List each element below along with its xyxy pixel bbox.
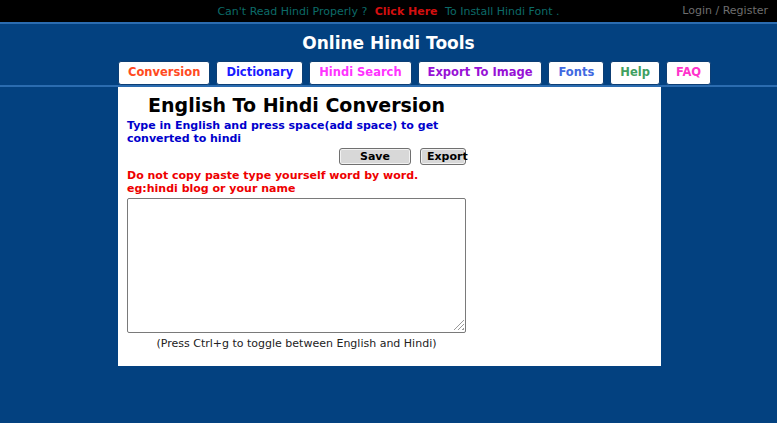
install-font-notice: Can't Read Hindi Properly ? Click Here T…	[217, 5, 559, 18]
login-register-link[interactable]: Login / Register	[682, 4, 768, 17]
top-notice-bar: Can't Read Hindi Properly ? Click Here T…	[0, 0, 777, 22]
tab-fonts[interactable]: Fonts	[548, 61, 604, 85]
page-title: English To Hindi Conversion	[127, 94, 466, 116]
notice-prefix: Can't Read Hindi Properly ?	[217, 5, 367, 18]
save-button[interactable]: Save	[339, 148, 411, 165]
tab-dictionary[interactable]: Dictionary	[216, 61, 303, 85]
export-button[interactable]: Export	[420, 148, 466, 165]
tab-conversion[interactable]: Conversion	[118, 61, 210, 85]
tab-hindi-search[interactable]: Hindi Search	[309, 61, 411, 85]
no-copy-paste-warning: Do not copy paste type yourself word by …	[127, 169, 466, 195]
tab-bar: Conversion Dictionary Hindi Search Expor…	[0, 61, 777, 85]
install-hindi-font-link[interactable]: Click Here	[375, 5, 438, 18]
conversion-panel: English To Hindi Conversion Type in Engl…	[118, 87, 661, 366]
ctrl-g-hint: (Press Ctrl+g to toggle between English …	[127, 337, 466, 350]
tab-faq[interactable]: FAQ	[666, 61, 711, 85]
notice-suffix: To Install Hindi Font .	[445, 5, 559, 18]
typing-instruction: Type in English and press space(add spac…	[127, 119, 466, 145]
textarea-wrapper	[127, 198, 466, 333]
site-title: Online Hindi Tools	[0, 24, 777, 61]
hindi-input-textarea[interactable]	[127, 198, 466, 333]
tab-help[interactable]: Help	[610, 61, 660, 85]
action-button-row: Save Export	[127, 148, 466, 165]
tab-export-to-image[interactable]: Export To Image	[418, 61, 543, 85]
